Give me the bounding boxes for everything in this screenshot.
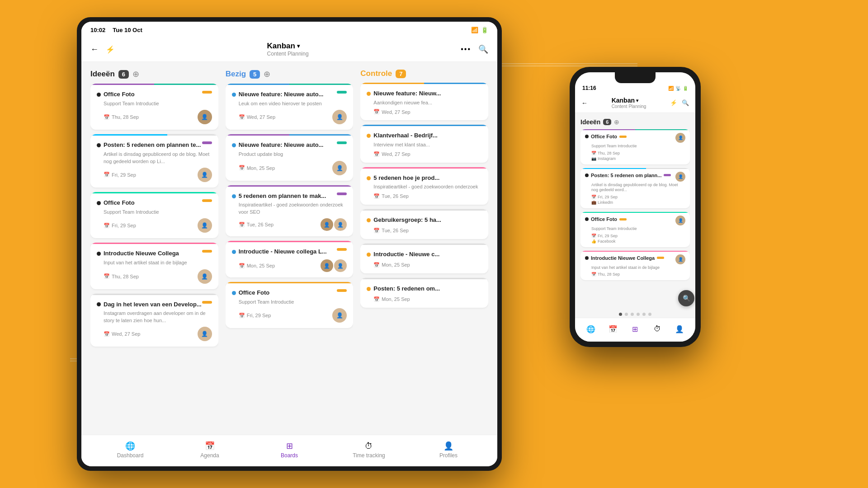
column-title-ideas: Ideeën (90, 70, 115, 79)
phone-card-title: Office Foto (585, 216, 627, 222)
card-klantverhaal[interactable]: Klantverhaal - Bedrijf... Interview met … (360, 125, 488, 162)
card-dag-developer[interactable]: Dag in het leven van een Develop... Inst… (90, 294, 218, 347)
card-5-redenen[interactable]: 5 redenen om plannen te mak... Inspirati… (226, 185, 354, 237)
card-date: 📅 Fri, 29 Sep (104, 172, 136, 178)
phone-header-subtitle: Content Planning (612, 104, 646, 109)
calendar-icon: 📅 (104, 223, 110, 229)
card-introductie-control[interactable]: Introductie - Nieuwe c... 📅 Mon, 25 Sep (360, 244, 488, 273)
tablet-bottomnav: 🌐 Dashboard 📅 Agenda ⊞ Boards ⏱ Time tra… (81, 435, 497, 466)
card-desc: Interview met klant staa... (367, 141, 482, 148)
card-title: Gebruikersgroep: 5 ha... (373, 216, 441, 224)
phone-nav-dashboard[interactable]: 🌐 (584, 322, 598, 336)
wifi-icon: 📶 (471, 27, 478, 33)
card-nieuwe-feature-2[interactable]: Nieuwe feature: Nieuwe auto... Product u… (226, 134, 354, 180)
card-date: 📅 Fri, 29 Sep (239, 313, 271, 319)
column-header-control: Controle 7 (360, 69, 488, 78)
column-ideas: Ideeën 6 ⊕ Office Foto (90, 69, 218, 427)
card-introductie-collega-bezig[interactable]: Introductie - Nieuwe collega L... 📅 Mon,… (226, 241, 354, 277)
card-title: Introductie - Nieuwe c... (373, 251, 439, 258)
phone-card-social: 📷 Instagram (591, 156, 620, 161)
phone-nav-timetracking[interactable]: ⏱ (650, 322, 665, 336)
card-title: Klantverhaal - Bedrijf... (373, 132, 438, 140)
phone-search-icon[interactable]: 🔍 (682, 99, 689, 106)
card-date: 📅 Mon, 25 Sep (373, 262, 410, 268)
card-gebruikersgroep[interactable]: Gebruikersgroep: 5 ha... 📅 Tue, 26 Sep (360, 209, 488, 239)
card-date: 📅 Tue, 26 Sep (239, 222, 274, 228)
nav-timetracking[interactable]: ⏱ Time tracking (351, 441, 387, 459)
calendar-icon: 📅 (104, 273, 110, 279)
boards-icon: ⊞ (286, 441, 293, 451)
phone-signal-icon: 📶 (668, 86, 674, 91)
nav-timetracking-label: Time tracking (353, 452, 385, 459)
card-title: Office Foto (239, 289, 270, 297)
phone-card-introductie[interactable]: Introductie Nieuwe Collega 👤 Input van h… (580, 251, 690, 281)
nav-profiles[interactable]: 👤 Profiles (430, 441, 467, 459)
phone-header-title[interactable]: Kanban ▾ (612, 97, 646, 104)
agenda-icon: 📅 (205, 441, 215, 451)
phone-card-avatar: 👤 (675, 216, 685, 225)
calendar-icon: 📅 (591, 272, 596, 277)
card-nieuwe-feature-control[interactable]: Nieuwe feature: Nieuw... Aankondigen nie… (360, 83, 488, 120)
phone-nav-boards[interactable]: ⊞ (628, 322, 642, 336)
card-5-redenen-control[interactable]: 5 redenen hoe je prod... Inspiratieartik… (360, 167, 488, 205)
back-icon[interactable]: ← (90, 45, 99, 54)
phone-bottomnav: 🌐 📅 ⊞ ⏱ 👤 (575, 318, 695, 342)
card-avatar-2: 👤 (334, 218, 347, 231)
card-office-foto-bezig[interactable]: Office Foto Support Team Introductie 📅 F… (226, 282, 354, 328)
phone-filter-icon[interactable]: ⚡ (670, 99, 677, 106)
search-icon[interactable]: 🔍 (478, 44, 488, 54)
card-desc: Support Team Introductie (232, 299, 347, 305)
tablet-header-title[interactable]: Kanban ▾ (267, 42, 309, 51)
nav-agenda-label: Agenda (200, 452, 219, 459)
more-icon[interactable]: ••• (461, 45, 471, 53)
calendar-icon: 📅 (591, 234, 596, 238)
phone-screen: 11:16 📶 📡 🔋 ← Kanban ▾ Content Planning … (575, 72, 695, 342)
card-introductie-collega[interactable]: Introductie Nieuwe Collega Input van het… (90, 243, 218, 289)
phone-wifi-icon: 📡 (675, 86, 681, 91)
card-date: 📅 Wed, 27 Sep (373, 109, 410, 115)
kanban-board: Ideeën 6 ⊕ Office Foto (81, 62, 497, 435)
card-office-foto-1[interactable]: Office Foto Support Team Introductie 📅 T… (90, 84, 218, 130)
calendar-icon: 📅 (239, 222, 245, 228)
card-title: Office Foto (104, 199, 135, 207)
card-avatar: 👤 (321, 218, 333, 231)
card-office-foto-2[interactable]: Office Foto Support Team Introductie 📅 F… (90, 192, 218, 238)
phone-dot-2 (625, 313, 628, 316)
card-avatar: 👤 (198, 269, 212, 284)
calendar-icon: 📅 (373, 296, 380, 302)
phone-notch (615, 72, 656, 83)
column-add-ideas[interactable]: ⊕ (132, 69, 139, 79)
calendar-icon: 📅 (104, 172, 110, 178)
column-count-control: 7 (396, 70, 406, 78)
card-posten-control[interactable]: Posten: 5 redenen om... 📅 Mon, 25 Sep (360, 278, 488, 308)
phone-device: 11:16 📶 📡 🔋 ← Kanban ▾ Content Planning … (570, 67, 701, 347)
phone-header: ← Kanban ▾ Content Planning ⚡ 🔍 (575, 94, 695, 113)
phone-card-title: Office Foto (585, 134, 627, 139)
phone-search-fab[interactable]: 🔍 (678, 290, 694, 306)
phone-card-office-foto-2[interactable]: Office Foto 👤 Support Team Introductie 📅… (580, 212, 690, 247)
calendar-icon: 📅 (373, 228, 380, 234)
phone-card-date: 📅 Fri, 29 Sep (591, 234, 618, 238)
phone-dot-1 (619, 313, 622, 316)
phone-back-icon[interactable]: ← (581, 99, 588, 107)
phone-nav-profiles[interactable]: 👤 (672, 322, 687, 336)
card-date: 📅 Mon, 25 Sep (239, 165, 275, 171)
nav-dashboard[interactable]: 🌐 Dashboard (112, 441, 148, 459)
filter-icon[interactable]: ⚡ (106, 45, 115, 54)
phone-nav-agenda[interactable]: 📅 (606, 322, 620, 336)
phone-card-avatar: 👤 (675, 133, 685, 143)
column-add-busy[interactable]: ⊕ (264, 69, 270, 79)
phone-card-posten[interactable]: Posten: 5 redenen om plann... 👤 Artikel … (580, 168, 690, 208)
nav-agenda[interactable]: 📅 Agenda (192, 441, 228, 459)
tablet-statusbar: 10:02 Tue 10 Oct 📶 🔋 (81, 22, 497, 38)
tablet-time: 10:02 (90, 27, 105, 33)
column-cards-busy: Nieuwe feature: Nieuwe auto... Leuk om e… (226, 84, 354, 427)
phone-column-add[interactable]: ⊕ (614, 118, 619, 126)
card-nieuwe-feature-1[interactable]: Nieuwe feature: Nieuwe auto... Leuk om e… (226, 84, 354, 130)
phone-card-social: 👍 Facebook (591, 239, 618, 244)
card-desc: Support Team Introductie (97, 100, 212, 107)
card-title: Posten: 5 redenen om... (373, 285, 440, 293)
card-posten[interactable]: Posten: 5 redenen om plannen te... Artik… (90, 134, 218, 188)
phone-card-office-foto-1[interactable]: Office Foto 👤 Support Team Introductie 📅… (580, 129, 690, 164)
nav-boards[interactable]: ⊞ Boards (271, 441, 307, 459)
